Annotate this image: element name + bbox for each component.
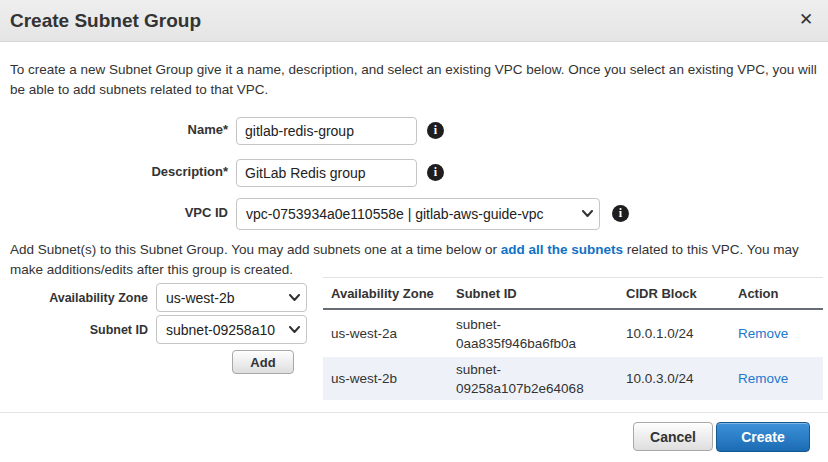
table-header-row: Availability Zone Subnet ID CIDR Block A… — [323, 277, 823, 310]
name-info-icon[interactable]: i — [427, 122, 444, 139]
footer-divider — [0, 412, 828, 413]
cancel-button[interactable]: Cancel — [633, 422, 713, 451]
vpc-id-select[interactable]: vpc-0753934a0e110558e | gitlab-aws-guide… — [236, 198, 600, 230]
add-subnets-text: Add Subnet(s) to this Subnet Group. You … — [10, 240, 820, 280]
name-label: Name* — [0, 122, 228, 137]
close-icon[interactable]: ✕ — [795, 9, 817, 31]
table-row: us-west-2b subnet-09258a107b2e64068 10.0… — [323, 357, 823, 400]
cell-subnet-id: subnet-0aa835f946ba6fb0a — [448, 315, 618, 353]
table-header-action: Action — [730, 286, 823, 301]
subnet-id-label: Subnet ID — [0, 323, 148, 337]
table-header-subnet-id: Subnet ID — [448, 284, 618, 303]
create-button[interactable]: Create — [716, 422, 810, 452]
table-row: us-west-2a subnet-0aa835f946ba6fb0a 10.0… — [323, 310, 823, 357]
add-subnets-text-before: Add Subnet(s) to this Subnet Group. You … — [10, 242, 501, 257]
vpc-id-label: VPC ID — [0, 205, 228, 220]
description-input[interactable] — [236, 159, 417, 187]
dialog-header: Create Subnet Group ✕ — [0, 0, 828, 42]
dialog-title: Create Subnet Group — [10, 0, 201, 41]
cell-subnet-id: subnet-09258a107b2e64068 — [448, 360, 618, 398]
vpc-id-select-value: vpc-0753934a0e110558e | gitlab-aws-guide… — [246, 206, 544, 222]
subnet-id-select-value: subnet-09258a10 — [166, 322, 275, 338]
cell-cidr-block: 10.0.3.0/24 — [618, 371, 730, 386]
vpc-info-icon[interactable]: i — [612, 205, 629, 222]
create-subnet-group-dialog: Create Subnet Group ✕ To create a new Su… — [0, 0, 828, 462]
remove-link[interactable]: Remove — [738, 326, 788, 341]
description-label: Description* — [0, 164, 228, 179]
cell-availability-zone: us-west-2a — [323, 326, 448, 341]
subnets-table: Availability Zone Subnet ID CIDR Block A… — [323, 277, 823, 400]
table-header-availability-zone: Availability Zone — [323, 286, 448, 301]
availability-zone-label: Availability Zone — [0, 291, 148, 305]
name-input[interactable] — [236, 117, 417, 145]
cell-cidr-block: 10.0.1.0/24 — [618, 326, 730, 341]
remove-link[interactable]: Remove — [738, 371, 788, 386]
intro-text: To create a new Subnet Group give it a n… — [10, 60, 820, 100]
add-button[interactable]: Add — [232, 350, 294, 374]
availability-zone-select[interactable]: us-west-2b — [156, 283, 307, 312]
table-header-cidr-block: CIDR Block — [618, 286, 730, 301]
chevron-down-icon — [582, 210, 593, 218]
description-info-icon[interactable]: i — [427, 164, 444, 181]
chevron-down-icon — [289, 294, 300, 302]
availability-zone-select-value: us-west-2b — [166, 290, 234, 306]
chevron-down-icon — [289, 326, 300, 334]
add-all-subnets-link[interactable]: add all the subnets — [501, 242, 623, 257]
cell-availability-zone: us-west-2b — [323, 371, 448, 386]
subnet-id-select[interactable]: subnet-09258a10 — [156, 315, 307, 344]
